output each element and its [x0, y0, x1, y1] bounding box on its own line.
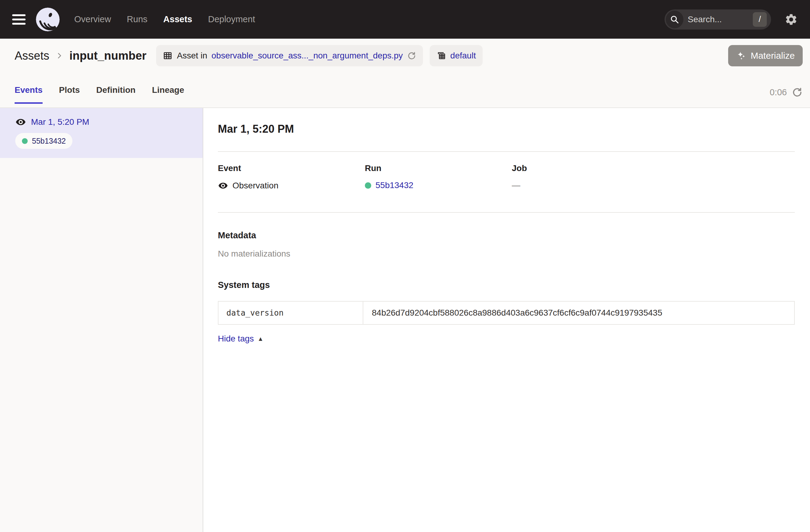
asset-location-tag: Asset in observable_source_ass..._non_ar…: [156, 45, 423, 66]
run-id-link[interactable]: 55b13432: [375, 180, 414, 190]
global-search[interactable]: /: [665, 10, 771, 30]
countdown-timer: 0:06: [770, 87, 787, 97]
tag-key-cell: data_version: [218, 301, 363, 324]
top-nav-links: Overview Runs Assets Deployment: [74, 14, 255, 25]
event-detail-title: Mar 1, 5:20 PM: [218, 123, 795, 135]
dagster-octopus-icon: [36, 7, 60, 31]
event-list-item-selected[interactable]: Mar 1, 5:20 PM 55b13432: [0, 108, 202, 158]
asset-table-icon: [163, 51, 173, 61]
event-column-label: Event: [218, 163, 365, 173]
divider: [218, 212, 795, 213]
search-icon: [666, 11, 683, 28]
hamburger-menu-icon[interactable]: [12, 14, 26, 25]
events-sidebar: Mar 1, 5:20 PM 55b13432: [0, 108, 203, 532]
asset-name: input_number: [69, 49, 146, 62]
eye-icon: [218, 180, 228, 191]
nav-item-overview[interactable]: Overview: [74, 14, 111, 25]
tag-value-cell: 84b26d7d9204cbf588026c8a9886d403a6c9637c…: [363, 301, 794, 324]
dagster-logo[interactable]: [36, 7, 60, 31]
refresh-countdown: 0:06: [770, 87, 803, 104]
reload-definitions-icon[interactable]: [407, 51, 416, 60]
caret-up-icon: ▲: [257, 335, 263, 342]
tab-lineage[interactable]: Lineage: [152, 85, 184, 104]
breadcrumb-separator-icon: [55, 52, 63, 60]
hide-tags-link[interactable]: Hide tags ▲: [218, 334, 263, 344]
tab-definition[interactable]: Definition: [96, 85, 135, 104]
sparkles-icon: [736, 50, 746, 61]
nav-item-deployment[interactable]: Deployment: [208, 14, 255, 25]
search-input[interactable]: [683, 15, 753, 25]
asset-page-header: Assets input_number Asset in observable_…: [0, 39, 810, 108]
table-row: data_version 84b26d7d9204cbf588026c8a988…: [218, 301, 794, 324]
event-run-id: 55b13432: [32, 136, 66, 145]
breadcrumb: Assets input_number Asset in observable_…: [0, 39, 810, 68]
metadata-heading: Metadata: [218, 230, 795, 240]
breadcrumb-assets-link[interactable]: Assets: [15, 49, 49, 62]
system-tags-table: data_version 84b26d7d9204cbf588026c8a988…: [218, 301, 795, 325]
materialize-button[interactable]: Materialize: [728, 45, 803, 66]
divider: [218, 151, 795, 152]
repo-grid-icon: [436, 51, 446, 61]
run-column-label: Run: [365, 163, 512, 173]
asset-definition-file-link[interactable]: observable_source_ass..._non_argument_de…: [211, 51, 403, 61]
job-column-label: Job: [512, 163, 795, 173]
repository-default-link[interactable]: default: [450, 51, 476, 61]
run-success-dot: [365, 182, 371, 189]
materialize-label: Materialize: [751, 50, 795, 61]
repository-tag: default: [430, 45, 483, 66]
tab-events[interactable]: Events: [15, 85, 43, 104]
search-shortcut-key: /: [753, 12, 767, 27]
top-nav: Overview Runs Assets Deployment /: [0, 0, 810, 39]
event-type-value: Observation: [218, 180, 365, 191]
asset-location-prefix: Asset in: [177, 51, 207, 61]
job-empty-value: —: [512, 180, 520, 190]
asset-tabs: Events Plots Definition Lineage 0:06: [0, 68, 810, 104]
nav-item-runs[interactable]: Runs: [127, 14, 148, 25]
eye-icon: [15, 116, 26, 128]
gear-icon[interactable]: [784, 13, 798, 26]
no-materializations-note: No materializations: [218, 249, 795, 259]
system-tags-heading: System tags: [218, 280, 795, 290]
run-success-dot: [22, 138, 28, 144]
event-summary-grid: Event Observation Run 55b13432 Job —: [218, 163, 795, 191]
event-run-tag[interactable]: 55b13432: [15, 133, 72, 149]
content-area: Mar 1, 5:20 PM 55b13432 Mar 1, 5:20 PM E…: [0, 108, 810, 532]
event-timestamp: Mar 1, 5:20 PM: [31, 117, 89, 127]
tab-plots[interactable]: Plots: [59, 85, 80, 104]
nav-item-assets[interactable]: Assets: [163, 14, 192, 25]
refresh-icon[interactable]: [792, 87, 803, 98]
event-detail-panel: Mar 1, 5:20 PM Event Observation Run 55b…: [203, 108, 810, 532]
